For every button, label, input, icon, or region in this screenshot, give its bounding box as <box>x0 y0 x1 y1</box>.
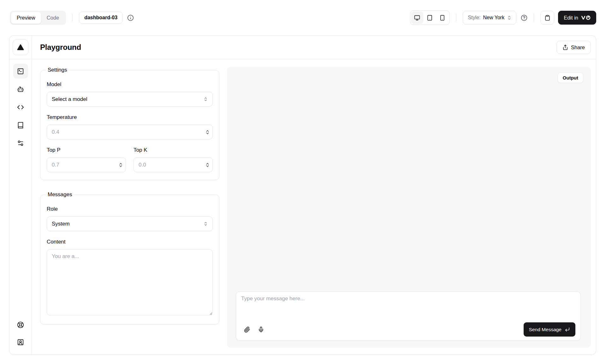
corner-down-left-icon <box>565 327 570 332</box>
page-title: Playground <box>40 43 81 52</box>
model-select[interactable]: Select a model <box>47 92 213 107</box>
share-upload-icon <box>562 44 568 50</box>
top-p-label: Top P <box>47 147 126 153</box>
sidebar-item-documentation[interactable] <box>13 118 28 132</box>
messages-fieldset: Messages Role System Content <box>40 191 219 325</box>
top-k-input[interactable] <box>134 157 213 172</box>
v0-logo-icon <box>581 15 591 20</box>
edit-in-v0-label: Edit in <box>564 15 578 21</box>
device-tablet-button[interactable] <box>424 12 436 24</box>
model-select-value: Select a model <box>52 96 87 103</box>
content-textarea[interactable] <box>47 249 213 315</box>
messages-legend: Messages <box>46 191 74 198</box>
edit-in-v0-button[interactable]: Edit in <box>558 11 596 25</box>
info-button[interactable] <box>127 15 134 21</box>
clipboard-icon <box>544 15 550 21</box>
triangle-logo-icon <box>17 44 24 51</box>
tab-code[interactable]: Code <box>41 12 65 24</box>
square-terminal-icon <box>17 68 24 75</box>
send-message-button[interactable]: Send Message <box>524 322 575 337</box>
chat-actions-row: Send Message <box>241 322 575 337</box>
model-label: Model <box>47 81 213 88</box>
style-select[interactable]: Style: New York <box>463 11 517 25</box>
chevrons-up-down-icon <box>507 15 512 20</box>
help-button[interactable] <box>521 15 527 21</box>
info-icon <box>127 15 134 21</box>
attach-file-button[interactable] <box>241 324 253 336</box>
content-area: Settings Model Select a model Temperatur… <box>32 59 596 355</box>
temperature-input[interactable] <box>47 125 213 139</box>
help-circle-icon <box>521 15 527 21</box>
device-desktop-button[interactable] <box>411 12 423 24</box>
content-label: Content <box>47 239 213 245</box>
number-stepper-icon[interactable] <box>205 162 210 167</box>
chevrons-up-down-icon <box>203 97 208 102</box>
sidebar-logo-cell <box>9 36 32 59</box>
smartphone-icon <box>439 15 445 21</box>
sidebar-item-models[interactable] <box>13 82 28 97</box>
top-k-label: Top K <box>134 147 213 153</box>
sidebar-item-account[interactable] <box>13 335 28 349</box>
mic-button[interactable] <box>255 324 267 336</box>
code-icon <box>17 104 24 111</box>
tab-preview[interactable]: Preview <box>11 12 41 24</box>
bot-icon <box>17 86 24 93</box>
sidebar-item-api[interactable] <box>13 100 28 114</box>
share-button[interactable]: Share <box>556 41 591 54</box>
settings-fieldset: Settings Model Select a model Temperatur… <box>40 67 219 180</box>
lifebuoy-icon <box>17 321 24 328</box>
temperature-label: Temperature <box>47 114 213 120</box>
output-badge: Output <box>558 73 583 83</box>
sidebar-nav <box>9 59 32 355</box>
book-icon <box>17 122 24 129</box>
tablet-icon <box>427 15 433 21</box>
number-stepper-icon[interactable] <box>205 129 210 135</box>
chat-input-card: Send Message <box>236 291 581 341</box>
share-button-label: Share <box>571 44 585 50</box>
view-mode-tabs: Preview Code <box>10 11 66 25</box>
number-stepper-icon[interactable] <box>118 162 123 167</box>
main-area: Playground Share Settings Model Select a… <box>32 36 596 355</box>
toolbar-separator <box>534 14 534 22</box>
send-message-label: Send Message <box>529 327 561 332</box>
top-toolbar: Preview Code dashboard-03 <box>0 0 606 35</box>
sidebar-bottom-nav <box>13 317 28 355</box>
settings-legend: Settings <box>46 67 68 73</box>
preview-frame: Playground Share Settings Model Select a… <box>9 35 596 355</box>
paperclip-icon <box>244 326 250 333</box>
role-select-value: System <box>52 221 70 227</box>
style-select-value: New York <box>483 15 505 21</box>
block-name-badge[interactable]: dashboard-03 <box>79 12 123 24</box>
sidebar <box>9 36 32 355</box>
toolbar-separator <box>72 14 73 22</box>
sidebar-item-settings[interactable] <box>13 136 28 150</box>
sidebar-item-help[interactable] <box>13 317 28 332</box>
monitor-icon <box>414 15 420 21</box>
settings2-icon <box>17 140 24 147</box>
output-panel: Output <box>227 67 591 348</box>
settings-form: Settings Model Select a model Temperatur… <box>40 67 219 344</box>
role-label: Role <box>47 206 213 212</box>
sidebar-item-playground[interactable] <box>13 64 28 79</box>
square-user-icon <box>17 339 24 346</box>
page-header: Playground Share <box>32 36 596 59</box>
top-p-input[interactable] <box>47 157 126 172</box>
mic-icon <box>258 326 264 333</box>
device-toggle-group <box>410 10 450 25</box>
device-phone-button[interactable] <box>437 12 449 24</box>
toolbar-separator <box>456 14 456 22</box>
chevrons-up-down-icon <box>203 221 208 226</box>
copy-code-button[interactable] <box>540 11 554 25</box>
chat-message-input[interactable] <box>241 296 575 322</box>
role-select[interactable]: System <box>47 216 213 231</box>
style-select-label: Style: <box>468 15 481 21</box>
home-logo-button[interactable] <box>13 39 28 55</box>
